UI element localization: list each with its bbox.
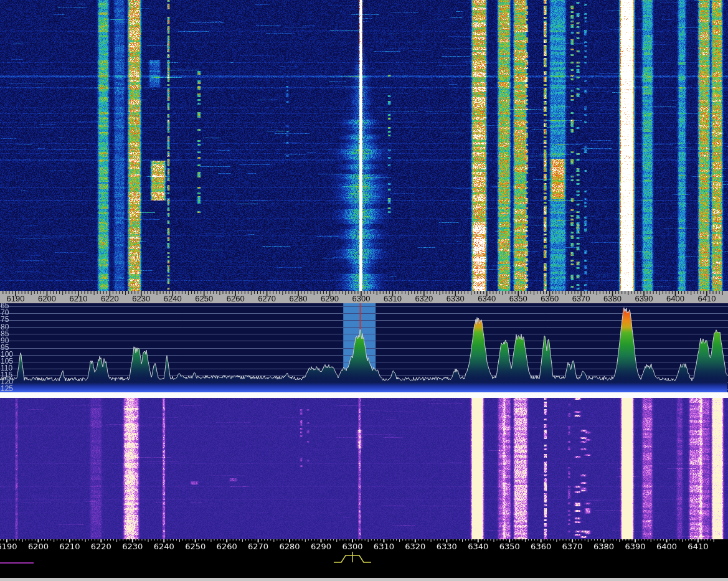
spectrum-analyzer[interactable] [0, 303, 728, 392]
frequency-scale-bottom[interactable] [0, 539, 728, 552]
panel-separator [0, 392, 728, 398]
websdr-interface [0, 0, 728, 581]
main-waterfall[interactable] [0, 0, 728, 291]
frequency-scale-top[interactable] [0, 291, 728, 303]
page-edge-strip [0, 578, 728, 581]
passband-filter-icon[interactable] [0, 552, 728, 578]
band-segment-marker [0, 562, 34, 564]
tuning-bar [0, 552, 728, 578]
secondary-waterfall[interactable] [0, 398, 728, 539]
